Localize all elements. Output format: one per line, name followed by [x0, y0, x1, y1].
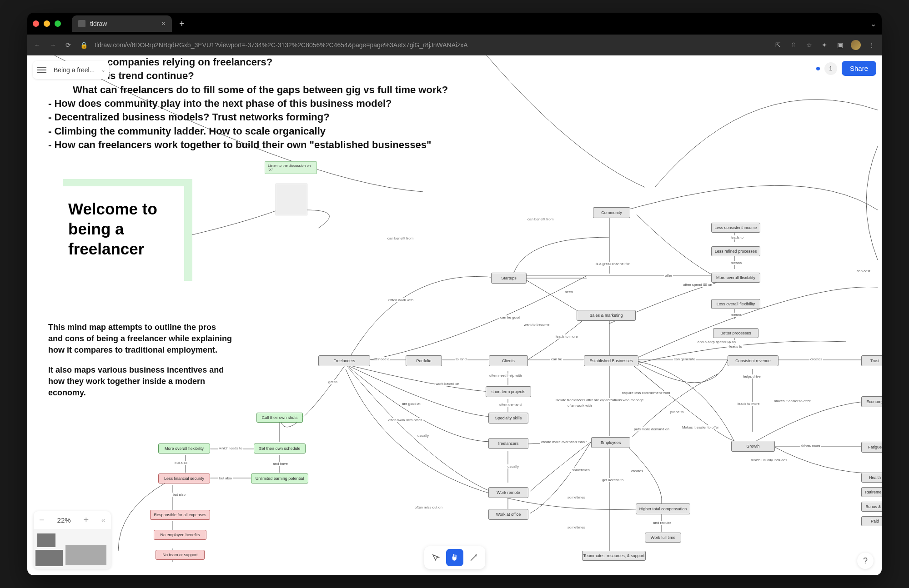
edge-label: sometimes [567, 525, 586, 529]
node-resp-expenses[interactable]: Responsible for all expenses [150, 510, 210, 520]
node-fatigue[interactable]: Fatigue [861, 442, 882, 453]
node-less-refined[interactable]: Less refined processes [711, 246, 760, 256]
url-text[interactable]: tldraw.com/v/8DORrp2NBqdRGxb_3EVU1?viewp… [95, 41, 767, 49]
edge-label: leads to more [555, 334, 578, 339]
edge-label: often need help with [488, 374, 523, 378]
node-more-flex[interactable]: More overall flexibility [711, 273, 760, 283]
node-startups[interactable]: Startups [491, 273, 527, 284]
node-better-proc[interactable]: Better processes [713, 328, 758, 338]
node-freelancers2[interactable]: freelancers [488, 438, 528, 449]
node-community[interactable]: Community [593, 207, 630, 218]
edge-label: creates [809, 357, 823, 361]
node-less-flex[interactable]: Less overall flexibility [711, 299, 760, 309]
close-tab-icon[interactable]: × [161, 20, 166, 28]
draw-tool[interactable] [465, 549, 482, 566]
edge-label: often work with other [387, 418, 423, 422]
node-employees[interactable]: Employees [591, 437, 630, 448]
browser-window: tldraw × + ⌄ ← → ⟳ 🔒 tldraw.com/v/8DORrp… [27, 13, 882, 575]
share-button[interactable]: Share [842, 61, 876, 76]
tab-overflow-icon[interactable]: ⌄ [870, 20, 876, 28]
lock-icon: 🔒 [79, 40, 88, 50]
url-actions: ⇱ ⇧ ☆ ✦ ▣ ⋮ [773, 40, 876, 50]
note-listen[interactable]: Listen to the discussion on "X" [265, 161, 317, 174]
close-window-icon[interactable] [33, 20, 39, 27]
share-icon[interactable]: ⇧ [789, 40, 798, 50]
viewer-count[interactable]: 1 [824, 62, 837, 75]
reload-icon[interactable]: ⟳ [64, 40, 73, 50]
forward-icon[interactable]: → [48, 40, 57, 50]
help-button[interactable]: ? [857, 553, 874, 569]
node-retirement[interactable]: Retirement [861, 487, 882, 497]
page-name[interactable]: Being a freel... [50, 66, 98, 74]
menu-icon[interactable]: ⋮ [867, 40, 876, 50]
node-set-schedule[interactable]: Set their own schedule [254, 443, 306, 453]
back-icon[interactable]: ← [33, 40, 42, 50]
page-menu[interactable]: Being a freel... ⌄ [33, 61, 109, 79]
edge-label: offer [664, 274, 673, 278]
edge-label: but also [218, 476, 233, 480]
edge-label: usually [507, 464, 520, 468]
maximize-window-icon[interactable] [55, 20, 61, 27]
node-specialty[interactable]: Specialty skills [488, 413, 528, 424]
node-no-benefits[interactable]: No employee benefits [154, 530, 206, 540]
node-consistent-revenue[interactable]: Consistent revenue [728, 355, 778, 366]
tab-title: tldraw [90, 20, 107, 27]
url-bar: ← → ⟳ 🔒 tldraw.com/v/8DORrp2NBqdRGxb_3EV… [27, 35, 882, 55]
node-clients[interactable]: Clients [489, 355, 528, 366]
node-more-flex2[interactable]: More overall flexibility [158, 443, 210, 453]
edge-label: but also [174, 461, 188, 465]
browser-tab[interactable]: tldraw × [72, 15, 172, 32]
collapse-minimap-icon[interactable]: « [101, 516, 105, 524]
node-teammates[interactable]: Teammates, resources, & support [582, 551, 646, 561]
zoom-in-button[interactable]: + [84, 515, 89, 525]
node-established[interactable]: Established Businesses [584, 355, 638, 366]
node-work-office[interactable]: Work at office [488, 509, 528, 520]
minimap[interactable] [34, 529, 111, 569]
node-sales-marketing[interactable]: Sales & marketing [577, 310, 636, 321]
minimize-window-icon[interactable] [44, 20, 50, 27]
node-growth[interactable]: Growth [731, 441, 775, 452]
open-external-icon[interactable]: ⇱ [773, 40, 783, 50]
chevron-down-icon[interactable]: ⌄ [101, 67, 105, 73]
node-economy[interactable]: Economy [861, 396, 882, 407]
edge-label: need a [377, 357, 390, 361]
bookmark-icon[interactable]: ☆ [804, 40, 814, 50]
node-work-remote[interactable]: Work remote [488, 487, 528, 498]
edge-label: sometimes [571, 468, 591, 472]
profile-avatar[interactable] [851, 40, 861, 50]
node-no-team[interactable]: No team or support [156, 550, 205, 560]
welcome-card: Welcome to being a freelancer [55, 186, 184, 288]
node-unlimited[interactable]: Unlimited earning potential [251, 473, 308, 483]
node-paid[interactable]: Paid [861, 516, 882, 526]
extensions-icon[interactable]: ✦ [820, 40, 829, 50]
menu-icon[interactable] [36, 65, 47, 75]
hand-tool[interactable] [446, 549, 463, 566]
tab-strip: tldraw × + ⌄ [27, 13, 882, 35]
edge-label: often work with [567, 404, 593, 408]
edge-label: can cost [856, 269, 871, 273]
node-portfolio[interactable]: Portfolio [406, 355, 442, 366]
node-bonus[interactable]: Bonus & $ [861, 502, 882, 512]
edge-label: means [730, 261, 743, 265]
edge-label: create more overhead than [540, 440, 586, 444]
node-trust[interactable]: Trust [861, 355, 882, 366]
node-higher-comp[interactable]: Higher total compensation [636, 503, 690, 514]
edge-label: to land [455, 357, 467, 361]
zoom-out-button[interactable]: − [39, 515, 45, 525]
node-less-fin[interactable]: Less financial security [158, 473, 210, 483]
node-health[interactable]: Health [861, 473, 882, 483]
panel-icon[interactable]: ▣ [835, 40, 844, 50]
node-less-consistent[interactable]: Less consistent income [711, 223, 760, 233]
zoom-level[interactable]: 22% [57, 516, 71, 524]
edge-label: and have [272, 462, 289, 466]
node-call-shots[interactable]: Call their own shots [256, 413, 303, 423]
top-right-controls: 1 Share [816, 61, 876, 76]
canvas[interactable]: companies relying on freelancers? is tre… [27, 55, 882, 575]
node-freelancers[interactable]: Freelancers [318, 355, 370, 366]
node-work-full[interactable]: Work full time [645, 533, 681, 543]
new-tab-button[interactable]: + [176, 19, 188, 29]
select-tool[interactable] [427, 549, 444, 566]
edge-label: is a great channel for [595, 262, 631, 266]
note-thumbnail[interactable] [276, 184, 307, 215]
node-short-term[interactable]: short term projects [486, 386, 531, 397]
